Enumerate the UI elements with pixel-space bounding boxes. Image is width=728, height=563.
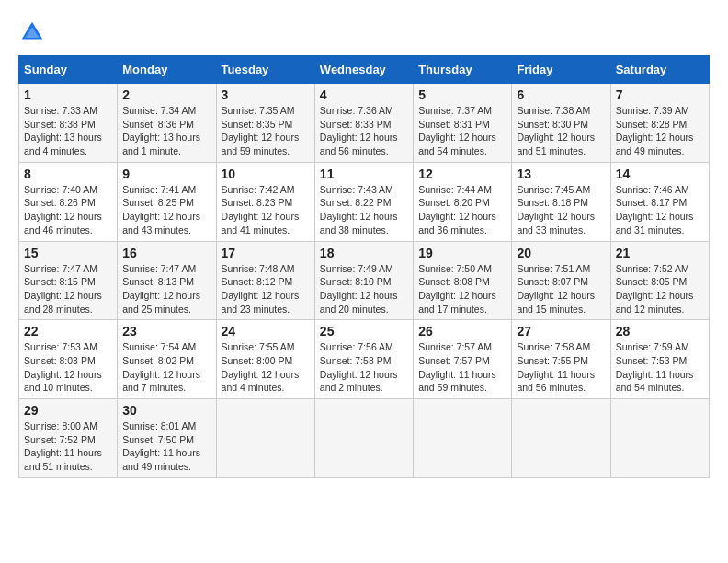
day-number: 16 [122, 246, 210, 260]
day-info: Sunrise: 8:00 AM Sunset: 7:52 PM Dayligh… [24, 419, 112, 474]
day-number: 12 [418, 167, 506, 181]
day-number: 6 [517, 87, 605, 102]
column-header-wednesday: Wednesday [314, 56, 413, 84]
day-info: Sunrise: 7:45 AM Sunset: 8:18 PM Dayligh… [517, 183, 605, 237]
day-info: Sunrise: 7:47 AM Sunset: 8:15 PM Dayligh… [24, 262, 112, 316]
day-info: Sunrise: 8:01 AM Sunset: 7:50 PM Dayligh… [122, 419, 210, 474]
day-info: Sunrise: 7:48 AM Sunset: 8:12 PM Dayligh… [222, 262, 310, 316]
day-number: 4 [320, 87, 408, 102]
day-cell: 9Sunrise: 7:41 AM Sunset: 8:25 PM Daylig… [118, 162, 216, 241]
day-info: Sunrise: 7:57 AM Sunset: 7:57 PM Dayligh… [418, 340, 506, 395]
day-number: 29 [24, 403, 112, 418]
day-info: Sunrise: 7:42 AM Sunset: 8:23 PM Dayligh… [222, 183, 310, 237]
day-number: 19 [418, 246, 506, 260]
day-cell: 17Sunrise: 7:48 AM Sunset: 8:12 PM Dayli… [216, 241, 314, 320]
day-number: 13 [517, 167, 605, 181]
day-number: 23 [122, 324, 210, 339]
calendar-header: SundayMondayTuesdayWednesdayThursdayFrid… [19, 56, 710, 84]
header-row: SundayMondayTuesdayWednesdayThursdayFrid… [19, 56, 710, 84]
day-info: Sunrise: 7:54 AM Sunset: 8:02 PM Dayligh… [122, 340, 210, 395]
column-header-saturday: Saturday [610, 56, 709, 84]
calendar-week-row: 29Sunrise: 8:00 AM Sunset: 7:52 PM Dayli… [19, 399, 710, 478]
day-number: 14 [616, 167, 704, 181]
day-info: Sunrise: 7:52 AM Sunset: 8:05 PM Dayligh… [616, 262, 704, 316]
day-number: 8 [24, 167, 112, 181]
empty-cell [414, 399, 512, 478]
day-cell: 23Sunrise: 7:54 AM Sunset: 8:02 PM Dayli… [118, 320, 216, 399]
day-cell: 1Sunrise: 7:33 AM Sunset: 8:38 PM Daylig… [19, 84, 118, 163]
day-cell: 20Sunrise: 7:51 AM Sunset: 8:07 PM Dayli… [512, 241, 610, 320]
day-info: Sunrise: 7:53 AM Sunset: 8:03 PM Dayligh… [24, 340, 112, 395]
day-cell: 10Sunrise: 7:42 AM Sunset: 8:23 PM Dayli… [216, 162, 314, 241]
day-info: Sunrise: 7:56 AM Sunset: 7:58 PM Dayligh… [320, 340, 408, 395]
day-cell: 21Sunrise: 7:52 AM Sunset: 8:05 PM Dayli… [610, 241, 709, 320]
day-number: 3 [222, 87, 310, 102]
day-info: Sunrise: 7:46 AM Sunset: 8:17 PM Dayligh… [616, 183, 704, 237]
day-info: Sunrise: 7:58 AM Sunset: 7:55 PM Dayligh… [517, 340, 605, 395]
column-header-friday: Friday [512, 56, 610, 84]
empty-cell [610, 399, 709, 478]
day-number: 25 [320, 324, 408, 339]
calendar-week-row: 22Sunrise: 7:53 AM Sunset: 8:03 PM Dayli… [19, 320, 710, 399]
calendar-body: 1Sunrise: 7:33 AM Sunset: 8:38 PM Daylig… [19, 84, 710, 478]
day-cell: 28Sunrise: 7:59 AM Sunset: 7:53 PM Dayli… [610, 320, 709, 399]
day-number: 9 [122, 167, 210, 181]
calendar-week-row: 1Sunrise: 7:33 AM Sunset: 8:38 PM Daylig… [19, 84, 710, 163]
day-info: Sunrise: 7:55 AM Sunset: 8:00 PM Dayligh… [222, 340, 310, 395]
day-cell: 3Sunrise: 7:35 AM Sunset: 8:35 PM Daylig… [216, 84, 314, 163]
day-cell: 2Sunrise: 7:34 AM Sunset: 8:36 PM Daylig… [118, 84, 216, 163]
empty-cell [512, 399, 610, 478]
day-number: 7 [616, 87, 704, 102]
day-cell: 22Sunrise: 7:53 AM Sunset: 8:03 PM Dayli… [19, 320, 118, 399]
day-info: Sunrise: 7:40 AM Sunset: 8:26 PM Dayligh… [24, 183, 112, 237]
day-cell: 4Sunrise: 7:36 AM Sunset: 8:33 PM Daylig… [314, 84, 413, 163]
day-number: 2 [122, 87, 210, 102]
column-header-tuesday: Tuesday [216, 56, 314, 84]
calendar-week-row: 8Sunrise: 7:40 AM Sunset: 8:26 PM Daylig… [19, 162, 710, 241]
day-cell: 14Sunrise: 7:46 AM Sunset: 8:17 PM Dayli… [610, 162, 709, 241]
day-number: 30 [122, 403, 210, 418]
day-number: 5 [418, 87, 506, 102]
calendar-week-row: 15Sunrise: 7:47 AM Sunset: 8:15 PM Dayli… [19, 241, 710, 320]
logo-icon [18, 18, 46, 46]
day-number: 26 [418, 324, 506, 339]
day-info: Sunrise: 7:34 AM Sunset: 8:36 PM Dayligh… [122, 104, 210, 158]
empty-cell [314, 399, 413, 478]
day-cell: 15Sunrise: 7:47 AM Sunset: 8:15 PM Dayli… [19, 241, 118, 320]
day-info: Sunrise: 7:37 AM Sunset: 8:31 PM Dayligh… [418, 104, 506, 158]
column-header-monday: Monday [118, 56, 216, 84]
day-cell: 29Sunrise: 8:00 AM Sunset: 7:52 PM Dayli… [19, 399, 118, 478]
day-number: 24 [222, 324, 310, 339]
day-number: 11 [320, 167, 408, 181]
day-cell: 16Sunrise: 7:47 AM Sunset: 8:13 PM Dayli… [118, 241, 216, 320]
day-number: 20 [517, 246, 605, 260]
day-cell: 5Sunrise: 7:37 AM Sunset: 8:31 PM Daylig… [414, 84, 512, 163]
page-header [18, 18, 710, 46]
day-number: 28 [616, 324, 704, 339]
column-header-sunday: Sunday [19, 56, 118, 84]
day-cell: 18Sunrise: 7:49 AM Sunset: 8:10 PM Dayli… [314, 241, 413, 320]
day-info: Sunrise: 7:38 AM Sunset: 8:30 PM Dayligh… [517, 104, 605, 158]
column-header-thursday: Thursday [414, 56, 512, 84]
day-info: Sunrise: 7:39 AM Sunset: 8:28 PM Dayligh… [616, 104, 704, 158]
day-cell: 13Sunrise: 7:45 AM Sunset: 8:18 PM Dayli… [512, 162, 610, 241]
day-number: 1 [24, 87, 112, 102]
day-cell: 24Sunrise: 7:55 AM Sunset: 8:00 PM Dayli… [216, 320, 314, 399]
day-number: 27 [517, 324, 605, 339]
logo [18, 18, 50, 46]
day-cell: 7Sunrise: 7:39 AM Sunset: 8:28 PM Daylig… [610, 84, 709, 163]
day-info: Sunrise: 7:41 AM Sunset: 8:25 PM Dayligh… [122, 183, 210, 237]
day-cell: 6Sunrise: 7:38 AM Sunset: 8:30 PM Daylig… [512, 84, 610, 163]
day-cell: 26Sunrise: 7:57 AM Sunset: 7:57 PM Dayli… [414, 320, 512, 399]
empty-cell [216, 399, 314, 478]
day-number: 15 [24, 246, 112, 260]
calendar-table: SundayMondayTuesdayWednesdayThursdayFrid… [18, 55, 710, 478]
day-cell: 25Sunrise: 7:56 AM Sunset: 7:58 PM Dayli… [314, 320, 413, 399]
day-cell: 11Sunrise: 7:43 AM Sunset: 8:22 PM Dayli… [314, 162, 413, 241]
day-info: Sunrise: 7:59 AM Sunset: 7:53 PM Dayligh… [616, 340, 704, 395]
day-cell: 8Sunrise: 7:40 AM Sunset: 8:26 PM Daylig… [19, 162, 118, 241]
day-cell: 12Sunrise: 7:44 AM Sunset: 8:20 PM Dayli… [414, 162, 512, 241]
day-info: Sunrise: 7:50 AM Sunset: 8:08 PM Dayligh… [418, 262, 506, 316]
day-number: 22 [24, 324, 112, 339]
day-cell: 27Sunrise: 7:58 AM Sunset: 7:55 PM Dayli… [512, 320, 610, 399]
